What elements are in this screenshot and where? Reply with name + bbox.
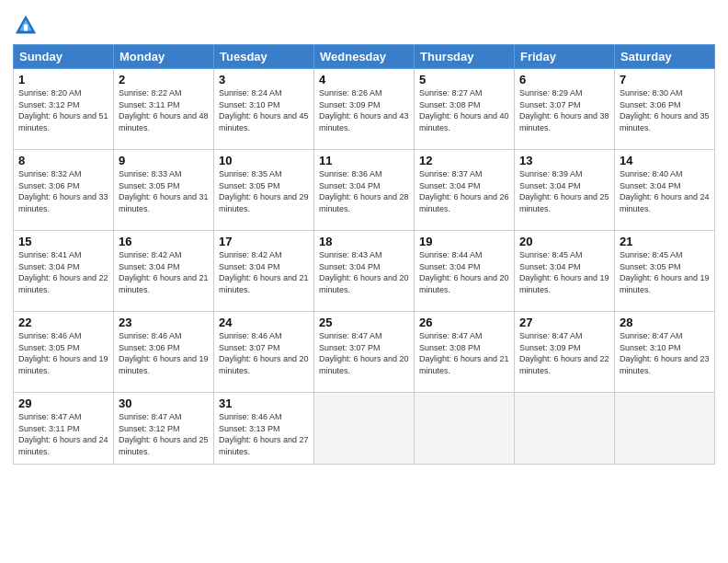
calendar-cell: 1 Sunrise: 8:20 AMSunset: 3:12 PMDayligh… <box>14 69 114 150</box>
calendar-cell: 21 Sunrise: 8:45 AMSunset: 3:05 PMDaylig… <box>615 231 715 312</box>
calendar-cell: 16 Sunrise: 8:42 AMSunset: 3:04 PMDaylig… <box>114 231 214 312</box>
calendar-cell: 4 Sunrise: 8:26 AMSunset: 3:09 PMDayligh… <box>314 69 415 150</box>
calendar-cell: 2 Sunrise: 8:22 AMSunset: 3:11 PMDayligh… <box>114 69 214 150</box>
cell-day-number: 12 <box>419 154 509 167</box>
calendar-cell: 11 Sunrise: 8:36 AMSunset: 3:04 PMDaylig… <box>314 150 415 231</box>
cell-day-number: 8 <box>18 154 108 167</box>
cell-day-number: 19 <box>419 235 509 248</box>
cell-day-number: 23 <box>119 316 209 329</box>
cell-info: Sunrise: 8:43 AMSunset: 3:04 PMDaylight:… <box>319 250 409 294</box>
calendar-cell: 30 Sunrise: 8:47 AMSunset: 3:12 PMDaylig… <box>114 393 214 465</box>
calendar-cell: 10 Sunrise: 8:35 AMSunset: 3:05 PMDaylig… <box>214 150 314 231</box>
cell-day-number: 30 <box>119 396 209 410</box>
calendar-cell: 8 Sunrise: 8:32 AMSunset: 3:06 PMDayligh… <box>14 150 114 231</box>
cell-day-number: 4 <box>319 73 409 86</box>
cell-day-number: 5 <box>419 73 509 86</box>
calendar-header: SundayMondayTuesdayWednesdayThursdayFrid… <box>14 45 715 69</box>
cell-info: Sunrise: 8:42 AMSunset: 3:04 PMDaylight:… <box>219 250 309 294</box>
header-day-saturday: Saturday <box>615 45 715 69</box>
cell-day-number: 29 <box>18 396 108 410</box>
calendar-week-row: 22 Sunrise: 8:46 AMSunset: 3:05 PMDaylig… <box>14 312 715 393</box>
cell-day-number: 20 <box>519 235 609 248</box>
page-container: SundayMondayTuesdayWednesdayThursdayFrid… <box>0 0 728 472</box>
cell-day-number: 10 <box>219 154 309 167</box>
calendar-cell: 22 Sunrise: 8:46 AMSunset: 3:05 PMDaylig… <box>14 312 114 393</box>
cell-info: Sunrise: 8:46 AMSunset: 3:07 PMDaylight:… <box>219 331 309 375</box>
cell-day-number: 11 <box>319 154 409 167</box>
cell-info: Sunrise: 8:47 AMSunset: 3:11 PMDaylight:… <box>18 412 108 456</box>
cell-day-number: 27 <box>519 316 609 329</box>
cell-day-number: 21 <box>620 235 710 248</box>
cell-info: Sunrise: 8:47 AMSunset: 3:09 PMDaylight:… <box>519 331 609 375</box>
cell-info: Sunrise: 8:22 AMSunset: 3:11 PMDaylight:… <box>119 88 209 132</box>
calendar-cell: 28 Sunrise: 8:47 AMSunset: 3:10 PMDaylig… <box>615 312 715 393</box>
calendar-cell: 7 Sunrise: 8:30 AMSunset: 3:06 PMDayligh… <box>615 69 715 150</box>
cell-info: Sunrise: 8:33 AMSunset: 3:05 PMDaylight:… <box>119 169 209 213</box>
cell-day-number: 28 <box>620 316 710 329</box>
cell-info: Sunrise: 8:32 AMSunset: 3:06 PMDaylight:… <box>18 169 108 213</box>
cell-day-number: 1 <box>18 73 108 86</box>
logo-icon <box>13 13 39 39</box>
cell-info: Sunrise: 8:29 AMSunset: 3:07 PMDaylight:… <box>519 88 609 132</box>
cell-day-number: 31 <box>219 396 309 410</box>
cell-info: Sunrise: 8:41 AMSunset: 3:04 PMDaylight:… <box>18 250 108 294</box>
cell-info: Sunrise: 8:26 AMSunset: 3:09 PMDaylight:… <box>319 88 409 132</box>
calendar-cell <box>615 393 715 465</box>
cell-info: Sunrise: 8:35 AMSunset: 3:05 PMDaylight:… <box>219 169 309 213</box>
calendar-cell: 20 Sunrise: 8:45 AMSunset: 3:04 PMDaylig… <box>515 231 615 312</box>
cell-info: Sunrise: 8:46 AMSunset: 3:06 PMDaylight:… <box>119 331 209 375</box>
calendar-cell: 19 Sunrise: 8:44 AMSunset: 3:04 PMDaylig… <box>415 231 515 312</box>
cell-day-number: 24 <box>219 316 309 329</box>
cell-day-number: 15 <box>18 235 108 248</box>
calendar-cell <box>415 393 515 465</box>
cell-day-number: 26 <box>419 316 509 329</box>
cell-day-number: 18 <box>319 235 409 248</box>
calendar-cell <box>515 393 615 465</box>
cell-info: Sunrise: 8:40 AMSunset: 3:04 PMDaylight:… <box>620 169 710 213</box>
calendar-cell: 23 Sunrise: 8:46 AMSunset: 3:06 PMDaylig… <box>114 312 214 393</box>
cell-info: Sunrise: 8:42 AMSunset: 3:04 PMDaylight:… <box>119 250 209 294</box>
calendar-cell: 12 Sunrise: 8:37 AMSunset: 3:04 PMDaylig… <box>415 150 515 231</box>
header-day-monday: Monday <box>114 45 214 69</box>
cell-info: Sunrise: 8:37 AMSunset: 3:04 PMDaylight:… <box>419 169 509 213</box>
calendar-cell: 3 Sunrise: 8:24 AMSunset: 3:10 PMDayligh… <box>214 69 314 150</box>
cell-info: Sunrise: 8:47 AMSunset: 3:07 PMDaylight:… <box>319 331 409 375</box>
cell-info: Sunrise: 8:39 AMSunset: 3:04 PMDaylight:… <box>519 169 609 213</box>
calendar-week-row: 29 Sunrise: 8:47 AMSunset: 3:11 PMDaylig… <box>14 393 715 465</box>
cell-day-number: 7 <box>620 73 710 86</box>
calendar-cell: 13 Sunrise: 8:39 AMSunset: 3:04 PMDaylig… <box>515 150 615 231</box>
cell-info: Sunrise: 8:45 AMSunset: 3:05 PMDaylight:… <box>620 250 710 294</box>
cell-info: Sunrise: 8:27 AMSunset: 3:08 PMDaylight:… <box>419 88 509 132</box>
calendar-cell: 29 Sunrise: 8:47 AMSunset: 3:11 PMDaylig… <box>14 393 114 465</box>
calendar-cell: 24 Sunrise: 8:46 AMSunset: 3:07 PMDaylig… <box>214 312 314 393</box>
calendar-cell: 25 Sunrise: 8:47 AMSunset: 3:07 PMDaylig… <box>314 312 415 393</box>
header-day-friday: Friday <box>515 45 615 69</box>
calendar-cell: 6 Sunrise: 8:29 AMSunset: 3:07 PMDayligh… <box>515 69 615 150</box>
header-day-sunday: Sunday <box>14 45 114 69</box>
cell-info: Sunrise: 8:20 AMSunset: 3:12 PMDaylight:… <box>18 88 108 132</box>
cell-info: Sunrise: 8:36 AMSunset: 3:04 PMDaylight:… <box>319 169 409 213</box>
cell-day-number: 3 <box>219 73 309 86</box>
header <box>13 9 715 39</box>
calendar-week-row: 8 Sunrise: 8:32 AMSunset: 3:06 PMDayligh… <box>14 150 715 231</box>
cell-info: Sunrise: 8:47 AMSunset: 3:10 PMDaylight:… <box>620 331 710 375</box>
calendar-week-row: 1 Sunrise: 8:20 AMSunset: 3:12 PMDayligh… <box>14 69 715 150</box>
calendar-cell: 31 Sunrise: 8:46 AMSunset: 3:13 PMDaylig… <box>214 393 314 465</box>
calendar-cell: 15 Sunrise: 8:41 AMSunset: 3:04 PMDaylig… <box>14 231 114 312</box>
cell-info: Sunrise: 8:46 AMSunset: 3:05 PMDaylight:… <box>18 331 108 375</box>
cell-day-number: 6 <box>519 73 609 86</box>
cell-day-number: 9 <box>119 154 209 167</box>
cell-day-number: 14 <box>620 154 710 167</box>
cell-info: Sunrise: 8:46 AMSunset: 3:13 PMDaylight:… <box>219 412 309 456</box>
calendar-cell: 5 Sunrise: 8:27 AMSunset: 3:08 PMDayligh… <box>415 69 515 150</box>
cell-day-number: 17 <box>219 235 309 248</box>
calendar-cell: 14 Sunrise: 8:40 AMSunset: 3:04 PMDaylig… <box>615 150 715 231</box>
cell-info: Sunrise: 8:30 AMSunset: 3:06 PMDaylight:… <box>620 88 710 132</box>
calendar-cell: 26 Sunrise: 8:47 AMSunset: 3:08 PMDaylig… <box>415 312 515 393</box>
calendar-cell: 17 Sunrise: 8:42 AMSunset: 3:04 PMDaylig… <box>214 231 314 312</box>
logo <box>13 13 42 39</box>
cell-day-number: 22 <box>18 316 108 329</box>
cell-info: Sunrise: 8:45 AMSunset: 3:04 PMDaylight:… <box>519 250 609 294</box>
header-day-tuesday: Tuesday <box>214 45 314 69</box>
calendar-table: SundayMondayTuesdayWednesdayThursdayFrid… <box>13 44 715 465</box>
